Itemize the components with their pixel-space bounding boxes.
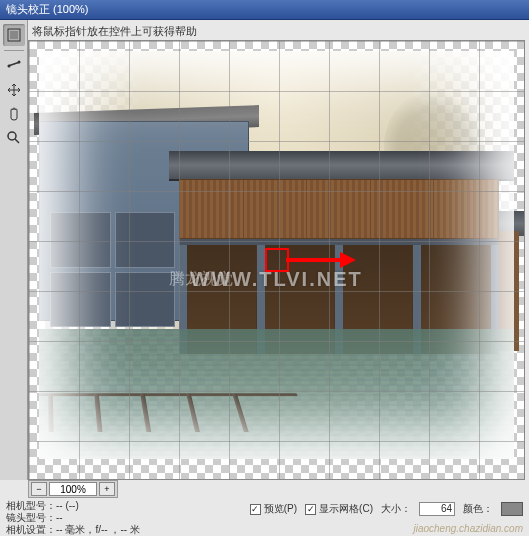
window-title: 镜头校正 (100%) <box>6 2 89 17</box>
check-icon: ✓ <box>305 504 316 515</box>
zoom-out-button[interactable]: − <box>31 482 47 496</box>
move-grid-tool[interactable] <box>3 79 25 101</box>
hand-tool[interactable] <box>3 103 25 125</box>
lens-model-label: 镜头型号： <box>6 512 56 523</box>
svg-point-2 <box>7 65 10 68</box>
lens-correct-tool[interactable] <box>3 24 25 46</box>
straighten-tool[interactable] <box>3 55 25 77</box>
color-label: 颜色： <box>463 502 493 516</box>
grid-checkbox[interactable]: ✓ 显示网格(C) <box>305 502 373 516</box>
zoom-value[interactable]: 100% <box>49 482 97 496</box>
preview-checkbox[interactable]: ✓ 预览(P) <box>250 502 297 516</box>
check-icon: ✓ <box>250 504 261 515</box>
tutorial-arrow <box>286 255 356 265</box>
svg-point-4 <box>8 132 16 140</box>
zoom-control: − 100% + <box>28 480 118 498</box>
svg-point-3 <box>17 61 20 64</box>
hint-text: 将鼠标指针放在控件上可获得帮助 <box>32 24 197 39</box>
canvas[interactable]: 腾龙视觉 WWW.TLVI.NET <box>28 40 525 480</box>
grid-label: 显示网格(C) <box>319 502 373 516</box>
lens-model-value: -- <box>56 512 63 523</box>
zoom-in-button[interactable]: + <box>99 482 115 496</box>
camera-model-label: 相机型号： <box>6 500 56 511</box>
camera-info: 相机型号：-- (--) 镜头型号：-- 相机设置：-- 毫米，f/-- ，--… <box>6 500 250 536</box>
size-label: 大小： <box>381 502 411 516</box>
svg-rect-1 <box>10 31 18 39</box>
zoom-tool[interactable] <box>3 127 25 149</box>
footer-watermark: jiaocheng.chazidian.com <box>413 523 523 534</box>
center-marker[interactable] <box>265 248 289 272</box>
camera-settings-label: 相机设置： <box>6 524 56 535</box>
preview-label: 预览(P) <box>264 502 297 516</box>
separator <box>4 50 24 51</box>
title-bar: 镜头校正 (100%) <box>0 0 529 20</box>
tool-sidebar <box>0 20 28 480</box>
grid-color-swatch[interactable] <box>501 502 523 516</box>
grid-size-input[interactable]: 64 <box>419 502 455 516</box>
camera-model-value: -- (--) <box>56 500 79 511</box>
camera-settings-value: -- 毫米，f/-- ，-- 米 <box>56 524 140 535</box>
